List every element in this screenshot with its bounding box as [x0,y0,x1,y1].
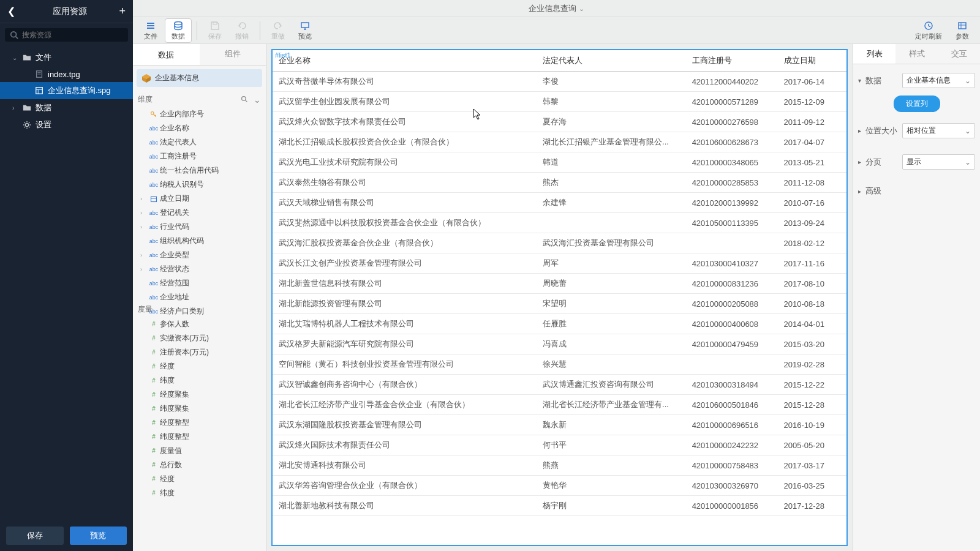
table-row[interactable]: 湖北安博通科技有限公司熊燕4201000007584832017-03-17 [273,455,846,476]
dimension-item[interactable]: ›abc行业代码 [138,220,261,234]
measure-item[interactable]: #实缴资本(万元) [138,331,261,345]
add-icon[interactable]: + [119,5,126,18]
set-columns-button[interactable]: 设置列 [894,96,940,112]
table-row[interactable]: 武汉泰然生物谷有限公司熊杰4201000002858532011-12-08 [273,173,846,193]
data-source-select[interactable]: 企业基本信息 [902,73,975,88]
measure-item[interactable]: #纬度聚集 [138,402,261,416]
measure-item[interactable]: #注册资本(万元) [138,345,261,359]
expand-icon[interactable]: ▸ [858,188,865,195]
table-row[interactable]: 武汉智诚鑫创商务咨询中心（有限合伙）武汉博通鑫汇投资咨询有限公司42010300… [273,375,846,395]
collapse-icon[interactable]: ▾ [858,77,865,84]
toolbar-save-button[interactable]: 保存 [202,19,228,42]
measure-item[interactable]: #经度 [138,359,261,373]
measure-item[interactable]: #纬度整型 [138,430,261,444]
measure-item[interactable]: #经度 [138,472,261,486]
table-widget[interactable]: #list1 企业名称法定代表人工商注册号成立日期武汉奇普微半导体有限公司李俊4… [271,49,848,546]
tab-data[interactable]: 数据 [133,44,200,65]
table-row[interactable]: 湖北长江招银成长股权投资合伙企业（有限合伙）湖北长江招银产业基金管理有限公...… [273,132,846,152]
column-header[interactable]: 工商注册号 [686,50,778,72]
dimension-item[interactable]: 企业内部序号 [138,107,261,121]
measure-item[interactable]: #经度聚集 [138,388,261,402]
toolbar-clock-button[interactable]: 定时刷新 [909,19,948,42]
tree-node-spg[interactable]: 企业信息查询.spg [0,82,133,99]
tab-components[interactable]: 组件 [200,44,266,65]
tree-node-folder[interactable]: ⌄文件 [0,49,133,66]
back-icon[interactable]: ❮ [7,6,15,17]
column-header[interactable]: 企业名称 [273,50,537,72]
chevron-icon[interactable]: › [12,105,20,111]
table-row[interactable]: 湖北新盖世信息科技有限公司周晓蕾4201000008312362017-08-1… [273,274,846,294]
measure-item[interactable]: #纬度 [138,486,261,500]
search-input[interactable] [22,31,123,39]
chevron-icon[interactable]: ⌄ [12,54,20,61]
table-row[interactable]: 武汉华筹咨询管理合伙企业（有限合伙）黄艳华4201030003269702016… [273,476,846,496]
redo-icon [273,20,283,31]
measure-item[interactable]: #参保人数 [138,317,261,331]
chevron-down-icon[interactable]: ⌄ [254,95,261,105]
page-title-dropdown[interactable]: 企业信息查询 [529,3,584,14]
dimension-item[interactable]: abc组织机构代码 [138,234,261,248]
search-icon[interactable] [241,96,249,103]
dimension-item[interactable]: ›成立日期 [138,192,261,206]
dimension-item[interactable]: abc工商注册号 [138,149,261,163]
measure-item[interactable]: #经度整型 [138,416,261,430]
position-select[interactable]: 相对位置 [902,123,975,138]
toolbar-params-button[interactable]: 参数 [949,19,975,42]
table-row[interactable]: 武汉格罗夫新能源汽车研究院有限公司冯喜成4201000004794592015-… [273,334,846,354]
tree-node-folder[interactable]: ›数据 [0,99,133,116]
dimension-item[interactable]: ›abc登记机关 [138,206,261,220]
clock-icon [924,20,933,31]
column-header[interactable]: 成立日期 [778,50,846,72]
expand-icon[interactable]: ▸ [858,127,865,134]
svg-point-21 [242,97,246,101]
table-cell: 周晓蕾 [537,274,686,294]
tree-node-gear[interactable]: 设置 [0,116,133,133]
dimensions-header: 维度 ⌄ [138,94,261,105]
save-button[interactable]: 保存 [6,527,64,545]
toolbar-redo-button[interactable]: 重做 [265,19,291,42]
dimension-item[interactable]: abc统一社会信用代码 [138,163,261,178]
data-source[interactable]: 企业基本信息 [137,69,262,87]
table-row[interactable]: 湖北善新地教科技有限公司杨宇刚4201000000018562017-12-28 [273,496,846,516]
dimension-item[interactable]: abc纳税人识别号 [138,178,261,192]
dimension-item[interactable]: abc法定代表人 [138,135,261,149]
tab-interact[interactable]: 交互 [938,44,980,64]
measure-item[interactable]: #总行数 [138,458,261,472]
toolbar-monitor-button[interactable]: 预览 [292,19,318,42]
key-icon [148,111,160,118]
table-row[interactable]: 武汉奇普微半导体有限公司李俊4201120004402022017-06-14 [273,72,846,92]
table-row[interactable]: 空间智能（黄石）科技创业投资基金管理有限公司徐兴慧2019-02-28 [273,354,846,375]
measure-item[interactable]: #度量值 [138,444,261,458]
measure-item[interactable]: #纬度 [138,373,261,388]
pagination-select[interactable]: 显示 [902,154,975,170]
table-row[interactable]: 武汉海汇股权投资基金合伙企业（有限合伙）武汉海汇投资基金管理有限公司2018-0… [273,233,846,253]
tree-node-file[interactable]: index.tpg [0,66,133,82]
abc-icon: abc [148,126,160,132]
dimension-item[interactable]: abc企业名称 [138,121,261,135]
table-row[interactable]: 湖北艾瑞博特机器人工程技术有限公司任雁胜4201000004006082014-… [273,314,846,334]
preview-button[interactable]: 预览 [70,527,127,545]
table-row[interactable]: 武汉天域梯业销售有限公司余建锋4201020001399922010-07-16 [273,193,846,213]
dimension-item[interactable]: ›abc企业类型 [138,248,261,262]
toolbar-menu-button[interactable]: 文件 [138,19,164,42]
table-row[interactable]: 武汉烽火国际技术有限责任公司何书平4201000002422322005-05-… [273,435,846,455]
table-row[interactable]: 武汉光电工业技术研究院有限公司韩道4201000003480652013-05-… [273,152,846,173]
column-header[interactable]: 法定代表人 [537,50,686,72]
tab-list[interactable]: 列表 [853,44,895,64]
table-row[interactable]: 武汉东湖国隆股权投资基金管理有限公司魏永新4201000006965162016… [273,415,846,435]
toolbar-undo-button[interactable]: 撤销 [229,19,255,42]
props-pagination-row: ▸ 分页 显示 [858,151,975,173]
table-row[interactable]: 武汉留学生创业园发展有限公司韩黎4201000005712892015-12-0… [273,92,846,112]
table-row[interactable]: 武汉长江文创产业投资基金管理有限公司周军4201030004103272017-… [273,253,846,274]
table-row[interactable]: 武汉斐然源通中以科技股权投资基金合伙企业（有限合伙）42010500011339… [273,213,846,233]
table-row[interactable]: 湖北省长江经济带产业引导基金合伙企业（有限合伙）湖北省长江经济带产业基金管理有.… [273,395,846,415]
search-box[interactable] [5,28,128,42]
table-row[interactable]: 湖北新能源投资管理有限公司宋望明4201000002050882010-08-1… [273,294,846,314]
table-row[interactable]: 武汉烽火众智数字技术有限责任公司夏存海4201000002765982011-0… [273,112,846,132]
expand-icon[interactable]: ▸ [858,159,865,165]
table-cell: 夏存海 [537,112,686,132]
dimension-item[interactable]: abc经营范围 [138,276,261,290]
dimension-item[interactable]: ›abc经营状态 [138,262,261,276]
tab-style[interactable]: 样式 [895,44,938,64]
toolbar-db-button[interactable]: 数据 [165,18,192,43]
